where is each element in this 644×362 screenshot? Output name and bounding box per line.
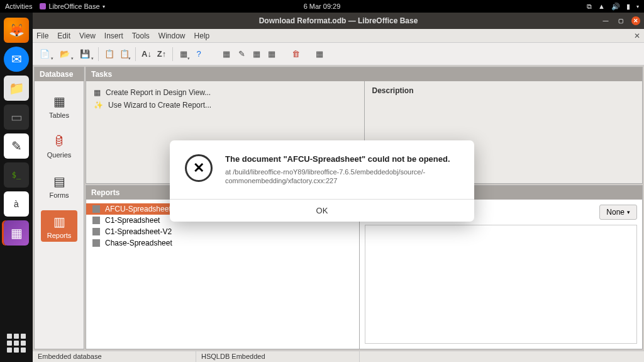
dock-firefox[interactable]: 🦊 (4, 18, 29, 43)
volume-icon[interactable]: 🔊 (611, 3, 620, 11)
dock-show-apps[interactable] (5, 332, 28, 354)
report-item[interactable]: C1-Spreadsheet-V2 (86, 226, 359, 237)
db-forms[interactable]: ▤ Forms (41, 170, 77, 201)
gnome-top-bar: Activities LibreOffice Base ▾ 6 Mar 09:2… (0, 0, 644, 13)
dialog-title: The document "AFCU-Spreadsheet" could no… (225, 154, 459, 164)
report-icon (92, 228, 100, 235)
db-reports[interactable]: ▥ Reports (41, 210, 77, 242)
chevron-down-icon[interactable]: ▾ (636, 4, 639, 9)
report-item[interactable]: Chase-Spreadsheet (86, 237, 359, 249)
menu-view[interactable]: View (79, 31, 96, 40)
wizard-icon: ✨ (94, 101, 103, 110)
tb-report-wizard[interactable]: ▦ (313, 46, 326, 62)
dock-terminal[interactable]: $_ (4, 162, 29, 188)
error-dialog: ✕ The document "AFCU-Spreadsheet" could … (170, 140, 474, 222)
db-queries[interactable]: 🛢 Queries (41, 130, 77, 161)
network-icon[interactable]: ▲ (598, 3, 605, 10)
app-menu[interactable]: LibreOffice Base ▾ (40, 3, 104, 10)
dock-text-editor[interactable]: ✎ (4, 133, 29, 159)
report-icon (92, 239, 100, 247)
tb-delete-tool[interactable]: ▦ (250, 46, 264, 62)
tb-save[interactable]: 💾 (75, 46, 94, 62)
dock-files[interactable]: 📁 (4, 76, 29, 101)
dock-thunderbird[interactable]: ✉ (4, 47, 29, 72)
battery-icon[interactable]: ▮ (626, 3, 630, 11)
svg-rect-0 (40, 3, 46, 9)
tb-paste[interactable]: 📋 (118, 46, 131, 62)
tb-copy[interactable]: 📋 (103, 46, 116, 62)
tb-open[interactable]: 📂 (55, 46, 74, 62)
reports-icon: ▥ (53, 214, 65, 229)
window-title: Download Reformat.odb — LibreOffice Base (259, 16, 418, 25)
base-app-icon (40, 3, 46, 9)
database-panel: Database ▦ Tables 🛢 Queries ▤ Forms ▥ Re… (34, 67, 84, 349)
status-engine: HSQLDB Embedded (196, 351, 360, 362)
chevron-down-icon: ▾ (627, 209, 630, 215)
preview-pane: None ▾ (359, 200, 643, 349)
tb-separator (135, 47, 136, 61)
tb-help[interactable]: ? (192, 46, 206, 62)
close-button[interactable]: ✕ (631, 16, 640, 25)
system-tray[interactable]: ⧉ ▲ 🔊 ▮ ▾ (587, 3, 639, 11)
close-document-icon[interactable]: ✕ (634, 31, 640, 40)
forms-icon: ▤ (53, 174, 65, 189)
menubar: File Edit View Insert Tools Window Help … (33, 29, 644, 43)
db-tables[interactable]: ▦ Tables (41, 90, 77, 122)
tables-icon: ▦ (53, 94, 65, 109)
menu-insert[interactable]: Insert (104, 31, 123, 40)
dialog-detail: at /build/libreoffice-rnoY89/libreoffice… (225, 167, 459, 186)
queries-icon: 🛢 (53, 134, 65, 149)
dropbox-icon[interactable]: ⧉ (587, 3, 592, 11)
activities-button[interactable]: Activities (5, 3, 32, 10)
tb-separator (172, 47, 173, 61)
preview-mode-dropdown[interactable]: None ▾ (599, 205, 637, 220)
menu-help[interactable]: Help (194, 31, 210, 40)
database-panel-header: Database (35, 67, 84, 81)
tb-edit[interactable]: ✎ (235, 46, 248, 62)
tb-rename[interactable]: ▦ (265, 46, 279, 62)
menu-window[interactable]: Window (158, 31, 186, 40)
toolbar: 📄 📂 💾 📋 📋 A↓ Z↑ ▦ ? ▦ ✎ ▦ ▦ 🗑 ▦ (33, 43, 644, 65)
tb-form[interactable]: ▦ (177, 46, 191, 62)
description-label: Description (372, 86, 635, 95)
reports-list: AFCU-Spreadsheet C1-Spreadsheet C1-Sprea… (86, 200, 359, 349)
tb-new[interactable]: 📄 (35, 46, 54, 62)
titlebar[interactable]: Download Reformat.odb — LibreOffice Base… (33, 13, 644, 29)
tb-sort-desc[interactable]: Z↑ (155, 46, 169, 62)
clock[interactable]: 6 Mar 09:29 (304, 3, 341, 10)
report-icon (92, 217, 100, 224)
dock-app-4[interactable]: ▭ (4, 105, 29, 130)
dock: 🦊 ✉ 📁 ▭ ✎ $_ à ▦ (0, 13, 33, 362)
tb-sort-asc[interactable]: A↓ (140, 46, 153, 62)
preview-area (365, 225, 638, 344)
menu-tools[interactable]: Tools (132, 31, 150, 40)
error-icon: ✕ (185, 154, 213, 182)
tb-delete[interactable]: 🗑 (289, 46, 303, 62)
design-view-icon: ▦ (94, 88, 101, 97)
dialog-ok-button[interactable]: OK (170, 199, 474, 222)
task-wizard[interactable]: ✨ Use Wizard to Create Report... (94, 99, 357, 111)
menu-edit[interactable]: Edit (57, 31, 70, 40)
maximize-button[interactable]: ▢ (616, 16, 625, 25)
menu-file[interactable]: File (36, 31, 48, 40)
chevron-down-icon: ▾ (103, 4, 105, 9)
task-create-design[interactable]: ▦ Create Report in Design View... (94, 86, 357, 99)
tb-separator (98, 47, 99, 61)
minimize-button[interactable]: — (601, 16, 610, 25)
dock-libreoffice-base[interactable]: ▦ (4, 220, 29, 246)
status-db-type: Embedded database (33, 351, 196, 362)
tb-new-report[interactable]: ▦ (219, 46, 233, 62)
tasks-header: Tasks (86, 67, 642, 81)
report-icon (92, 205, 100, 213)
statusbar: Embedded database HSQLDB Embedded (33, 351, 644, 362)
dock-characters[interactable]: à (4, 191, 29, 217)
